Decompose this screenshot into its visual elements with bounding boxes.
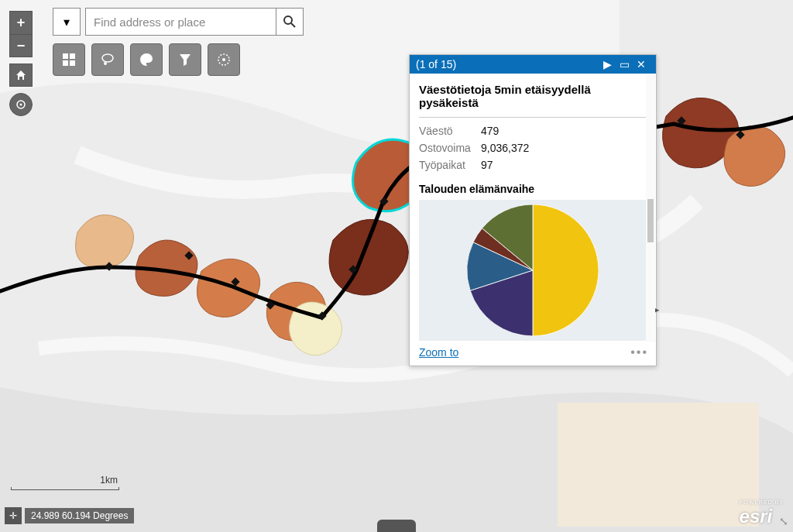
- attribute-table-handle[interactable]: [377, 520, 416, 532]
- powered-by-label: POWERED BY: [740, 499, 784, 506]
- locate-button[interactable]: [9, 93, 33, 116]
- coordinate-readout: 24.989 60.194 Degrees: [25, 508, 134, 523]
- pie-chart: [419, 200, 647, 341]
- area-tool-button[interactable]: [91, 43, 124, 76]
- zoom-to-link[interactable]: Zoom to: [419, 346, 458, 359]
- feature-popup: (1 of 15) ▶ ▭ ✕ Väestötietoja 5min etäis…: [409, 54, 657, 366]
- popup-pager-label: (1 of 15): [416, 58, 599, 70]
- label-tyopaikat: Työpaikat: [419, 159, 481, 171]
- popup-scrollbar[interactable]: [646, 75, 655, 342]
- label-ostovoima: Ostovoima: [419, 142, 481, 154]
- target-icon: [216, 52, 232, 67]
- svg-point-19: [102, 54, 113, 62]
- search-button[interactable]: [276, 8, 304, 36]
- pie-slice: [533, 204, 599, 336]
- popup-title: Väestötietoja 5min etäisyydellä pysäkeis…: [419, 83, 647, 109]
- label-vaesto: Väestö: [419, 125, 481, 137]
- popup-actions-menu[interactable]: •••: [630, 345, 648, 359]
- svg-point-12: [20, 104, 22, 106]
- zoom-in-button[interactable]: +: [9, 11, 33, 34]
- svg-point-20: [104, 62, 107, 65]
- lasso-icon: [99, 51, 116, 68]
- zoom-out-button[interactable]: −: [9, 34, 33, 57]
- svg-point-13: [284, 16, 292, 24]
- popup-close-button[interactable]: ✕: [633, 58, 650, 70]
- esri-attribution: POWERED BY esri: [740, 499, 784, 527]
- svg-rect-16: [70, 53, 75, 59]
- crosshair-icon: ✛: [9, 510, 17, 521]
- svg-point-22: [222, 58, 225, 61]
- grid-icon: [61, 52, 77, 67]
- search-icon: [283, 15, 297, 29]
- svg-rect-17: [63, 60, 68, 66]
- popup-next-button[interactable]: ▶: [599, 58, 616, 70]
- resize-handle-icon[interactable]: ⤡: [779, 515, 788, 527]
- pie-chart-title: Talouden elämänvaihe: [419, 183, 647, 195]
- map-canvas[interactable]: [0, 0, 793, 532]
- popup-maximize-button[interactable]: ▭: [616, 58, 633, 70]
- scalebar: 1km: [11, 475, 119, 490]
- scalebar-label: 1km: [100, 475, 118, 486]
- caret-down-icon: ▾: [64, 15, 70, 29]
- value-ostovoima: 9,036,372: [481, 142, 529, 154]
- svg-line-14: [291, 23, 295, 27]
- filter-tool-button[interactable]: [169, 43, 201, 76]
- brand-label: esri: [740, 506, 773, 527]
- analysis-tool-button[interactable]: [208, 43, 240, 76]
- coordinate-mode-button[interactable]: ✛: [5, 507, 22, 524]
- svg-rect-1: [558, 403, 759, 527]
- value-vaesto: 479: [481, 125, 499, 137]
- palette-icon: [139, 52, 154, 67]
- funnel-icon: [178, 53, 192, 67]
- value-tyopaikat: 97: [481, 159, 493, 171]
- home-button[interactable]: [9, 63, 33, 87]
- search-input[interactable]: [85, 8, 276, 36]
- basemap-gallery-button[interactable]: [53, 43, 85, 76]
- draw-tool-button[interactable]: [130, 43, 163, 76]
- svg-rect-15: [63, 53, 68, 59]
- search-source-dropdown[interactable]: ▾: [53, 8, 81, 36]
- svg-rect-18: [70, 60, 75, 66]
